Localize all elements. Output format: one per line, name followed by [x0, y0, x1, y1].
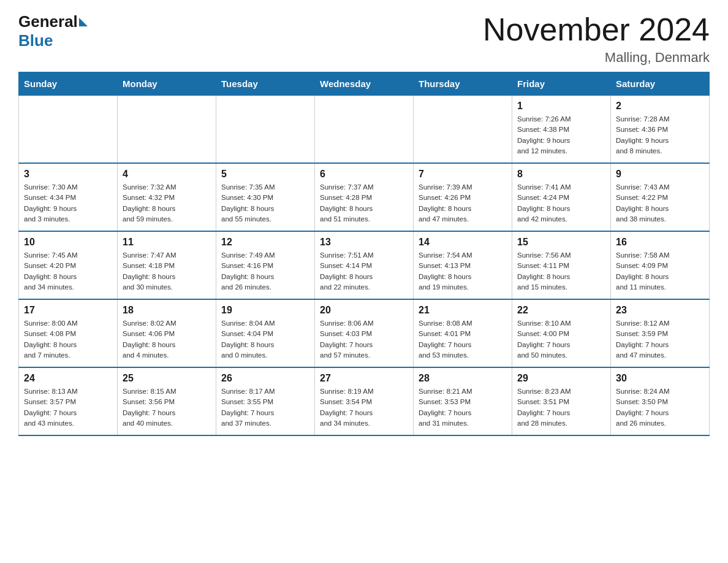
day-info: Sunrise: 7:51 AMSunset: 4:14 PMDaylight:… [320, 250, 408, 293]
weekday-header-sunday: Sunday [19, 72, 118, 96]
day-info: Sunrise: 7:54 AMSunset: 4:13 PMDaylight:… [419, 250, 507, 293]
day-number: 24 [24, 373, 112, 384]
day-info: Sunrise: 8:19 AMSunset: 3:54 PMDaylight:… [320, 386, 408, 429]
day-info: Sunrise: 8:08 AMSunset: 4:01 PMDaylight:… [419, 318, 507, 361]
calendar-cell [118, 96, 216, 164]
day-number: 10 [24, 237, 112, 248]
weekday-header-saturday: Saturday [611, 72, 710, 96]
day-info: Sunrise: 8:12 AMSunset: 3:59 PMDaylight:… [616, 318, 704, 361]
day-number: 7 [419, 169, 507, 180]
day-number: 30 [616, 373, 704, 384]
calendar-cell: 30Sunrise: 8:24 AMSunset: 3:50 PMDayligh… [611, 367, 710, 435]
calendar-cell: 9Sunrise: 7:43 AMSunset: 4:22 PMDaylight… [611, 163, 710, 231]
day-number: 16 [616, 237, 704, 248]
day-info: Sunrise: 7:49 AMSunset: 4:16 PMDaylight:… [221, 250, 309, 293]
day-number: 21 [419, 305, 507, 316]
day-info: Sunrise: 7:26 AMSunset: 4:38 PMDaylight:… [517, 114, 605, 156]
calendar-cell: 1Sunrise: 7:26 AMSunset: 4:38 PMDaylight… [512, 96, 611, 164]
calendar-cell: 24Sunrise: 8:13 AMSunset: 3:57 PMDayligh… [19, 367, 118, 435]
calendar-table: SundayMondayTuesdayWednesdayThursdayFrid… [18, 72, 710, 436]
calendar-cell: 4Sunrise: 7:32 AMSunset: 4:32 PMDaylight… [118, 163, 216, 231]
calendar-cell: 14Sunrise: 7:54 AMSunset: 4:13 PMDayligh… [414, 231, 512, 299]
day-number: 3 [24, 169, 112, 180]
day-number: 14 [419, 237, 507, 248]
day-info: Sunrise: 8:02 AMSunset: 4:06 PMDaylight:… [123, 318, 211, 361]
day-info: Sunrise: 8:13 AMSunset: 3:57 PMDaylight:… [24, 386, 112, 429]
day-info: Sunrise: 7:30 AMSunset: 4:34 PMDaylight:… [24, 182, 112, 224]
page-header: General Blue November 2024 Malling, Denm… [18, 12, 710, 66]
calendar-cell [315, 96, 414, 164]
calendar-cell [19, 96, 118, 164]
day-info: Sunrise: 7:56 AMSunset: 4:11 PMDaylight:… [517, 250, 605, 293]
weekday-header-tuesday: Tuesday [216, 72, 315, 96]
calendar-cell: 15Sunrise: 7:56 AMSunset: 4:11 PMDayligh… [512, 231, 611, 299]
calendar-cell: 3Sunrise: 7:30 AMSunset: 4:34 PMDaylight… [19, 163, 118, 231]
calendar-week-row: 17Sunrise: 8:00 AMSunset: 4:08 PMDayligh… [19, 299, 710, 367]
calendar-cell: 17Sunrise: 8:00 AMSunset: 4:08 PMDayligh… [19, 299, 118, 367]
logo-arrow-icon [79, 18, 88, 26]
day-number: 27 [320, 373, 408, 384]
day-info: Sunrise: 8:17 AMSunset: 3:55 PMDaylight:… [221, 386, 309, 429]
day-info: Sunrise: 7:45 AMSunset: 4:20 PMDaylight:… [24, 250, 112, 293]
day-info: Sunrise: 7:58 AMSunset: 4:09 PMDaylight:… [616, 250, 704, 293]
weekday-header-wednesday: Wednesday [315, 72, 414, 96]
calendar-cell: 22Sunrise: 8:10 AMSunset: 4:00 PMDayligh… [512, 299, 611, 367]
calendar-cell: 26Sunrise: 8:17 AMSunset: 3:55 PMDayligh… [216, 367, 315, 435]
calendar-cell: 27Sunrise: 8:19 AMSunset: 3:54 PMDayligh… [315, 367, 414, 435]
calendar-cell: 23Sunrise: 8:12 AMSunset: 3:59 PMDayligh… [611, 299, 710, 367]
day-number: 9 [616, 169, 704, 180]
day-info: Sunrise: 8:06 AMSunset: 4:03 PMDaylight:… [320, 318, 408, 361]
day-number: 26 [221, 373, 309, 384]
weekday-header-thursday: Thursday [414, 72, 512, 96]
day-info: Sunrise: 7:39 AMSunset: 4:26 PMDaylight:… [419, 182, 507, 224]
calendar-cell: 20Sunrise: 8:06 AMSunset: 4:03 PMDayligh… [315, 299, 414, 367]
logo-general-text: General [18, 12, 78, 31]
calendar-cell: 10Sunrise: 7:45 AMSunset: 4:20 PMDayligh… [19, 231, 118, 299]
day-info: Sunrise: 7:43 AMSunset: 4:22 PMDaylight:… [616, 182, 704, 224]
calendar-cell: 16Sunrise: 7:58 AMSunset: 4:09 PMDayligh… [611, 231, 710, 299]
calendar-week-row: 10Sunrise: 7:45 AMSunset: 4:20 PMDayligh… [19, 231, 710, 299]
calendar-cell: 12Sunrise: 7:49 AMSunset: 4:16 PMDayligh… [216, 231, 315, 299]
calendar-week-row: 24Sunrise: 8:13 AMSunset: 3:57 PMDayligh… [19, 367, 710, 435]
logo-blue-text: Blue [18, 31, 53, 50]
day-info: Sunrise: 8:04 AMSunset: 4:04 PMDaylight:… [221, 318, 309, 361]
calendar-cell: 21Sunrise: 8:08 AMSunset: 4:01 PMDayligh… [414, 299, 512, 367]
calendar-cell: 11Sunrise: 7:47 AMSunset: 4:18 PMDayligh… [118, 231, 216, 299]
calendar-cell: 13Sunrise: 7:51 AMSunset: 4:14 PMDayligh… [315, 231, 414, 299]
day-number: 18 [123, 305, 211, 316]
day-info: Sunrise: 8:23 AMSunset: 3:51 PMDaylight:… [517, 386, 605, 429]
title-block: November 2024 Malling, Denmark [483, 12, 710, 66]
calendar-cell [414, 96, 512, 164]
day-info: Sunrise: 7:32 AMSunset: 4:32 PMDaylight:… [123, 182, 211, 224]
day-number: 1 [517, 101, 605, 112]
month-title: November 2024 [483, 12, 710, 47]
calendar-cell: 2Sunrise: 7:28 AMSunset: 4:36 PMDaylight… [611, 96, 710, 164]
day-info: Sunrise: 8:15 AMSunset: 3:56 PMDaylight:… [123, 386, 211, 429]
weekday-header-row: SundayMondayTuesdayWednesdayThursdayFrid… [19, 72, 710, 96]
calendar-cell: 5Sunrise: 7:35 AMSunset: 4:30 PMDaylight… [216, 163, 315, 231]
day-info: Sunrise: 8:21 AMSunset: 3:53 PMDaylight:… [419, 386, 507, 429]
logo: General Blue [18, 12, 89, 50]
weekday-header-monday: Monday [118, 72, 216, 96]
day-number: 13 [320, 237, 408, 248]
calendar-cell: 25Sunrise: 8:15 AMSunset: 3:56 PMDayligh… [118, 367, 216, 435]
day-number: 28 [419, 373, 507, 384]
day-info: Sunrise: 8:24 AMSunset: 3:50 PMDaylight:… [616, 386, 704, 429]
day-number: 25 [123, 373, 211, 384]
day-number: 11 [123, 237, 211, 248]
day-number: 5 [221, 169, 309, 180]
day-number: 12 [221, 237, 309, 248]
calendar-cell: 7Sunrise: 7:39 AMSunset: 4:26 PMDaylight… [414, 163, 512, 231]
location-label: Malling, Denmark [483, 50, 710, 66]
day-number: 19 [221, 305, 309, 316]
calendar-cell: 19Sunrise: 8:04 AMSunset: 4:04 PMDayligh… [216, 299, 315, 367]
day-number: 22 [517, 305, 605, 316]
day-number: 6 [320, 169, 408, 180]
day-number: 15 [517, 237, 605, 248]
day-number: 20 [320, 305, 408, 316]
day-number: 23 [616, 305, 704, 316]
calendar-cell: 6Sunrise: 7:37 AMSunset: 4:28 PMDaylight… [315, 163, 414, 231]
calendar-cell [216, 96, 315, 164]
calendar-cell: 28Sunrise: 8:21 AMSunset: 3:53 PMDayligh… [414, 367, 512, 435]
day-info: Sunrise: 7:28 AMSunset: 4:36 PMDaylight:… [616, 114, 704, 156]
